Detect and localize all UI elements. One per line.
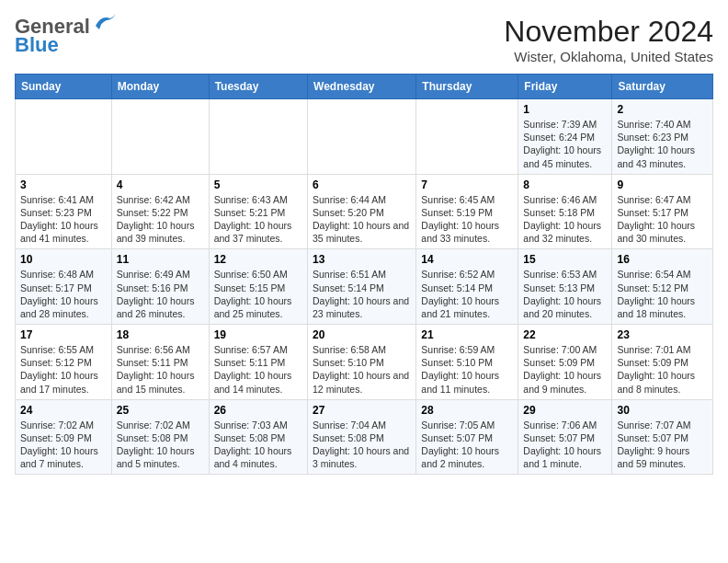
calendar-cell: 28Sunrise: 7:05 AM Sunset: 5:07 PM Dayli… [416,399,518,475]
day-detail: Sunrise: 7:03 AM Sunset: 5:08 PM Dayligh… [214,419,302,471]
page-header: General Blue November 2024 Wister, Oklah… [15,15,713,64]
calendar-cell: 24Sunrise: 7:02 AM Sunset: 5:09 PM Dayli… [16,399,112,475]
title-block: November 2024 Wister, Oklahoma, United S… [504,15,713,64]
day-number: 15 [523,253,607,266]
logo: General Blue [15,15,118,57]
calendar-cell [209,99,307,175]
day-number: 27 [313,404,411,417]
day-detail: Sunrise: 6:53 AM Sunset: 5:13 PM Dayligh… [523,268,607,320]
day-detail: Sunrise: 6:50 AM Sunset: 5:15 PM Dayligh… [214,268,302,320]
day-number: 23 [617,328,708,341]
calendar-cell: 26Sunrise: 7:03 AM Sunset: 5:08 PM Dayli… [209,399,307,475]
day-detail: Sunrise: 6:49 AM Sunset: 5:16 PM Dayligh… [117,268,204,320]
day-detail: Sunrise: 6:55 AM Sunset: 5:12 PM Dayligh… [20,343,107,396]
day-number: 7 [421,178,513,191]
day-detail: Sunrise: 6:56 AM Sunset: 5:11 PM Dayligh… [117,343,204,396]
calendar-cell: 27Sunrise: 7:04 AM Sunset: 5:08 PM Dayli… [308,399,416,475]
day-number: 3 [20,178,107,191]
day-of-week-header: Monday [111,75,209,99]
day-number: 4 [117,178,204,191]
calendar-header-row: SundayMondayTuesdayWednesdayThursdayFrid… [16,75,713,99]
day-number: 21 [421,328,513,341]
logo-bird-icon [92,13,118,33]
logo-blue: Blue [15,33,59,57]
calendar-week-row: 10Sunrise: 6:48 AM Sunset: 5:17 PM Dayli… [16,249,713,325]
day-number: 19 [214,328,302,341]
day-detail: Sunrise: 7:01 AM Sunset: 5:09 PM Dayligh… [617,343,708,396]
calendar-cell [308,99,416,175]
day-detail: Sunrise: 6:51 AM Sunset: 5:14 PM Dayligh… [313,268,411,320]
calendar-cell: 7Sunrise: 6:45 AM Sunset: 5:19 PM Daylig… [416,174,518,249]
day-number: 10 [20,253,107,266]
calendar-cell: 17Sunrise: 6:55 AM Sunset: 5:12 PM Dayli… [16,325,112,400]
calendar-cell: 9Sunrise: 6:47 AM Sunset: 5:17 PM Daylig… [612,174,713,249]
day-detail: Sunrise: 7:00 AM Sunset: 5:09 PM Dayligh… [523,343,607,396]
day-number: 24 [20,404,107,417]
day-number: 20 [313,328,411,341]
calendar-cell: 29Sunrise: 7:06 AM Sunset: 5:07 PM Dayli… [518,399,612,475]
day-number: 2 [617,103,708,116]
day-detail: Sunrise: 6:57 AM Sunset: 5:11 PM Dayligh… [214,343,302,396]
day-of-week-header: Tuesday [209,75,307,99]
day-of-week-header: Wednesday [308,75,416,99]
day-number: 28 [421,404,513,417]
calendar-cell: 20Sunrise: 6:58 AM Sunset: 5:10 PM Dayli… [308,325,416,400]
day-detail: Sunrise: 7:02 AM Sunset: 5:08 PM Dayligh… [117,419,204,471]
calendar-cell: 22Sunrise: 7:00 AM Sunset: 5:09 PM Dayli… [518,325,612,400]
calendar-cell [111,99,209,175]
day-detail: Sunrise: 7:40 AM Sunset: 6:23 PM Dayligh… [617,118,708,170]
day-detail: Sunrise: 6:44 AM Sunset: 5:20 PM Dayligh… [313,193,411,246]
day-of-week-header: Sunday [16,75,112,99]
calendar-cell: 25Sunrise: 7:02 AM Sunset: 5:08 PM Dayli… [111,399,209,475]
calendar-cell: 2Sunrise: 7:40 AM Sunset: 6:23 PM Daylig… [612,99,713,175]
calendar-table: SundayMondayTuesdayWednesdayThursdayFrid… [15,74,713,475]
calendar-cell: 16Sunrise: 6:54 AM Sunset: 5:12 PM Dayli… [612,249,713,325]
day-detail: Sunrise: 7:39 AM Sunset: 6:24 PM Dayligh… [523,118,607,170]
calendar-week-row: 24Sunrise: 7:02 AM Sunset: 5:09 PM Dayli… [16,399,713,475]
calendar-cell: 1Sunrise: 7:39 AM Sunset: 6:24 PM Daylig… [518,99,612,175]
day-detail: Sunrise: 6:54 AM Sunset: 5:12 PM Dayligh… [617,268,708,320]
day-detail: Sunrise: 6:52 AM Sunset: 5:14 PM Dayligh… [421,268,513,320]
calendar-cell: 10Sunrise: 6:48 AM Sunset: 5:17 PM Dayli… [16,249,112,325]
calendar-cell [16,99,112,175]
day-number: 26 [214,404,302,417]
location-subtitle: Wister, Oklahoma, United States [504,49,713,64]
day-detail: Sunrise: 7:05 AM Sunset: 5:07 PM Dayligh… [421,419,513,471]
calendar-cell: 14Sunrise: 6:52 AM Sunset: 5:14 PM Dayli… [416,249,518,325]
day-number: 18 [117,328,204,341]
day-number: 13 [313,253,411,266]
day-number: 12 [214,253,302,266]
day-of-week-header: Thursday [416,75,518,99]
day-detail: Sunrise: 6:58 AM Sunset: 5:10 PM Dayligh… [313,343,411,396]
calendar-cell: 19Sunrise: 6:57 AM Sunset: 5:11 PM Dayli… [209,325,307,400]
calendar-cell: 18Sunrise: 6:56 AM Sunset: 5:11 PM Dayli… [111,325,209,400]
calendar-week-row: 3Sunrise: 6:41 AM Sunset: 5:23 PM Daylig… [16,174,713,249]
calendar-cell: 11Sunrise: 6:49 AM Sunset: 5:16 PM Dayli… [111,249,209,325]
calendar-cell: 21Sunrise: 6:59 AM Sunset: 5:10 PM Dayli… [416,325,518,400]
day-detail: Sunrise: 6:48 AM Sunset: 5:17 PM Dayligh… [20,268,107,320]
day-number: 22 [523,328,607,341]
day-number: 1 [523,103,607,116]
day-detail: Sunrise: 7:04 AM Sunset: 5:08 PM Dayligh… [313,419,411,471]
day-number: 11 [117,253,204,266]
day-detail: Sunrise: 6:59 AM Sunset: 5:10 PM Dayligh… [421,343,513,396]
day-detail: Sunrise: 7:02 AM Sunset: 5:09 PM Dayligh… [20,419,107,471]
day-number: 6 [313,178,411,191]
day-of-week-header: Friday [518,75,612,99]
month-title: November 2024 [504,15,713,49]
day-detail: Sunrise: 6:43 AM Sunset: 5:21 PM Dayligh… [214,193,302,246]
day-detail: Sunrise: 6:45 AM Sunset: 5:19 PM Dayligh… [421,193,513,246]
day-number: 5 [214,178,302,191]
calendar-cell: 12Sunrise: 6:50 AM Sunset: 5:15 PM Dayli… [209,249,307,325]
calendar-week-row: 17Sunrise: 6:55 AM Sunset: 5:12 PM Dayli… [16,325,713,400]
day-detail: Sunrise: 7:06 AM Sunset: 5:07 PM Dayligh… [523,419,607,471]
day-number: 14 [421,253,513,266]
calendar-cell: 5Sunrise: 6:43 AM Sunset: 5:21 PM Daylig… [209,174,307,249]
calendar-cell: 8Sunrise: 6:46 AM Sunset: 5:18 PM Daylig… [518,174,612,249]
day-number: 16 [617,253,708,266]
day-detail: Sunrise: 6:46 AM Sunset: 5:18 PM Dayligh… [523,193,607,246]
day-number: 29 [523,404,607,417]
calendar-cell: 13Sunrise: 6:51 AM Sunset: 5:14 PM Dayli… [308,249,416,325]
calendar-week-row: 1Sunrise: 7:39 AM Sunset: 6:24 PM Daylig… [16,99,713,175]
calendar-cell: 4Sunrise: 6:42 AM Sunset: 5:22 PM Daylig… [111,174,209,249]
